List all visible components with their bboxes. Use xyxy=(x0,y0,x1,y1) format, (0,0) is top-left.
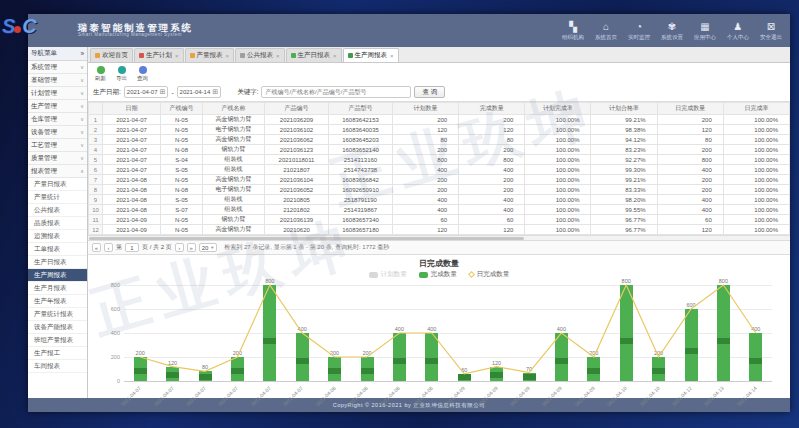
sidebar-group-设备管理[interactable]: 设备管理∨ xyxy=(28,126,87,139)
tab-close-icon[interactable]: × xyxy=(390,53,394,59)
first-page-button[interactable]: « xyxy=(92,243,101,252)
bar-value-label: 800 xyxy=(708,278,738,284)
column-header-产线名称[interactable]: 产线名称 xyxy=(203,103,265,115)
table-row[interactable]: 52021-04-07S-04组装线2021011801125143131608… xyxy=(89,155,790,165)
page-number-input[interactable] xyxy=(125,243,139,252)
header-action-label: 实时监控 xyxy=(628,34,650,41)
sidebar-group-质量管理[interactable]: 质量管理∨ xyxy=(28,152,87,165)
sidebar-item-生产月报表[interactable]: 生产月报表 xyxy=(28,282,87,295)
sidebar-group-报表管理[interactable]: 报表管理∧ xyxy=(28,165,87,178)
tab-生产周报表[interactable]: 生产周报表× xyxy=(343,48,399,62)
search-button[interactable]: 查 询 xyxy=(414,86,445,98)
table-row[interactable]: 102021-04-08S-07组装线212018022514319867400… xyxy=(89,205,790,215)
header-action-实时监控[interactable]: ◔实时监控 xyxy=(628,21,650,41)
column-header-计划数量[interactable]: 计划数量 xyxy=(393,103,459,115)
table-row[interactable]: 72021-04-08N-05高金钢轨力臂2021036104160836568… xyxy=(89,175,790,185)
legend-item-计划数量[interactable]: 计划数量 xyxy=(369,270,407,279)
header-action-应用中心[interactable]: ▦应用中心 xyxy=(694,21,716,41)
table-row[interactable]: 122021-04-09N-05高金钢轨力臂202106201608365718… xyxy=(89,225,790,235)
header-action-系统设置[interactable]: ✾系统设置 xyxy=(661,21,683,41)
sidebar-item-生产周报表[interactable]: 生产周报表 xyxy=(28,269,87,282)
next-page-button[interactable]: › xyxy=(175,243,184,252)
cell: 2021036102 xyxy=(265,125,329,135)
sidebar-group-计划管理[interactable]: 计划管理∨ xyxy=(28,87,87,100)
sidebar-item-产量统计[interactable]: 产量统计 xyxy=(28,191,87,204)
header-action-个人中心[interactable]: ♟个人中心 xyxy=(727,21,749,41)
tab-公共报表[interactable]: 公共报表× xyxy=(235,48,285,62)
column-header-产品编号[interactable]: 产品编号 xyxy=(265,103,329,115)
logout-icon: ⊠ xyxy=(767,21,775,33)
column-header-计划合格率[interactable]: 计划合格率 xyxy=(591,103,657,115)
table-row[interactable]: 92021-04-08S-05组装线2021080525187911904004… xyxy=(89,195,790,205)
table-row[interactable]: 32021-04-07N-05高金钢轨力臂2021036062160836452… xyxy=(89,135,790,145)
sidebar-item-工单报表[interactable]: 工单报表 xyxy=(28,243,87,256)
查询-button[interactable]: 查询 xyxy=(137,66,148,82)
tab-close-icon[interactable]: × xyxy=(226,53,230,59)
table-row[interactable]: 62021-04-07S-05组装线2102180725147437384004… xyxy=(89,165,790,175)
table-row[interactable]: 42021-04-07N-08钢轨力臂202103612316083652140… xyxy=(89,145,790,155)
legend-item-日完成数量[interactable]: 日完成数量 xyxy=(469,270,510,279)
刷新-button[interactable]: 刷新 xyxy=(95,66,106,82)
tab-生产日报表[interactable]: 生产日报表× xyxy=(286,48,342,62)
calendar-icon[interactable]: ⊞ xyxy=(212,88,218,96)
date-to-field[interactable]: 2021-04-14 ⊞ xyxy=(177,86,222,98)
bar xyxy=(134,357,147,381)
cell: 60 xyxy=(657,215,723,225)
prev-page-button[interactable]: ‹ xyxy=(104,243,113,252)
sidebar-group-基础管理[interactable]: 基础管理∨ xyxy=(28,74,87,87)
sidebar-item-车间报表[interactable]: 车间报表 xyxy=(28,360,87,373)
user-icon: ♟ xyxy=(734,21,743,33)
calendar-icon[interactable]: ⊞ xyxy=(160,88,166,96)
sidebar-collapse-icon[interactable]: » xyxy=(80,50,84,57)
table-row[interactable]: 112021-04-09N-05钢轨力臂20210361391608365734… xyxy=(89,215,790,225)
sidebar-group-生产管理[interactable]: 生产管理∨ xyxy=(28,100,87,113)
column-header-日完成率[interactable]: 日完成率 xyxy=(723,103,789,115)
bar-value-label: 200 xyxy=(644,350,674,356)
sidebar-item-公共报表[interactable]: 公共报表 xyxy=(28,204,87,217)
legend-item-完成数量[interactable]: 完成数量 xyxy=(419,270,457,279)
导出-button[interactable]: 导出 xyxy=(116,66,127,82)
legend-marker-icon xyxy=(369,272,378,278)
header-action-安全退出[interactable]: ⊠安全退出 xyxy=(760,21,782,41)
table-row[interactable]: 22021-04-07N-05电子钢轨力臂2021036102160836400… xyxy=(89,125,790,135)
sidebar-item-产量统计报表[interactable]: 产量统计报表 xyxy=(28,308,87,321)
column-header-产品型号[interactable]: 产品型号 xyxy=(329,103,393,115)
sidebar-item-生产报工[interactable]: 生产报工 xyxy=(28,347,87,360)
sidebar-item-班组产量报表[interactable]: 班组产量报表 xyxy=(28,334,87,347)
column-header-计划完成率[interactable]: 计划完成率 xyxy=(525,103,591,115)
cell: 800 xyxy=(459,155,525,165)
tab-close-icon[interactable]: × xyxy=(276,53,280,59)
sidebar-item-设备产能报表[interactable]: 设备产能报表 xyxy=(28,321,87,334)
tab-生产计划[interactable]: 生产计划× xyxy=(134,48,184,62)
column-header-日完成数量[interactable]: 日完成数量 xyxy=(657,103,723,115)
page-size-select[interactable]: 20 ▼ xyxy=(199,243,218,252)
tab-close-icon[interactable]: × xyxy=(333,53,337,59)
tab-欢迎首页[interactable]: 欢迎首页 xyxy=(90,48,133,62)
date-from-field[interactable]: 2021-04-07 ⊞ xyxy=(124,86,169,98)
column-header-完成数量[interactable]: 完成数量 xyxy=(459,103,525,115)
keyword-input[interactable] xyxy=(261,86,411,98)
last-page-button[interactable]: » xyxy=(187,243,196,252)
column-header-日期[interactable]: 日期 xyxy=(103,103,161,115)
sidebar-item-生产日报表[interactable]: 生产日报表 xyxy=(28,256,87,269)
sidebar-item-产量日报表[interactable]: 产量日报表 xyxy=(28,178,87,191)
tab-产量报表[interactable]: 产量报表× xyxy=(185,48,235,62)
sidebar-group-工艺管理[interactable]: 工艺管理∨ xyxy=(28,139,87,152)
column-header-产线编号[interactable]: 产线编号 xyxy=(161,103,203,115)
sidebar-header[interactable]: 导航菜单 » xyxy=(28,47,87,61)
header-action-组织机构[interactable]: ▚组织机构 xyxy=(562,21,584,41)
sidebar-item-品质报表[interactable]: 品质报表 xyxy=(28,217,87,230)
scrollbar-thumb[interactable] xyxy=(89,237,524,240)
tab-close-icon[interactable]: × xyxy=(175,53,179,59)
cell: 400 xyxy=(459,195,525,205)
table-row[interactable]: 12021-04-07N-05高金钢轨力臂2021036209160836421… xyxy=(89,115,790,125)
sidebar-group-系统管理[interactable]: 系统管理∨ xyxy=(28,61,87,74)
horizontal-scrollbar[interactable] xyxy=(88,235,790,241)
table-row[interactable]: 82021-04-08N-08电子钢轨力臂2021036052160926509… xyxy=(89,185,790,195)
sidebar-item-生产年报表[interactable]: 生产年报表 xyxy=(28,295,87,308)
sidebar-item-追溯报表[interactable]: 追溯报表 xyxy=(28,230,87,243)
header-action-系统首页[interactable]: ⌂系统首页 xyxy=(595,21,617,41)
header-action-label: 系统设置 xyxy=(661,34,683,41)
cell: 100.00% xyxy=(525,145,591,155)
sidebar-group-仓库管理[interactable]: 仓库管理∨ xyxy=(28,113,87,126)
